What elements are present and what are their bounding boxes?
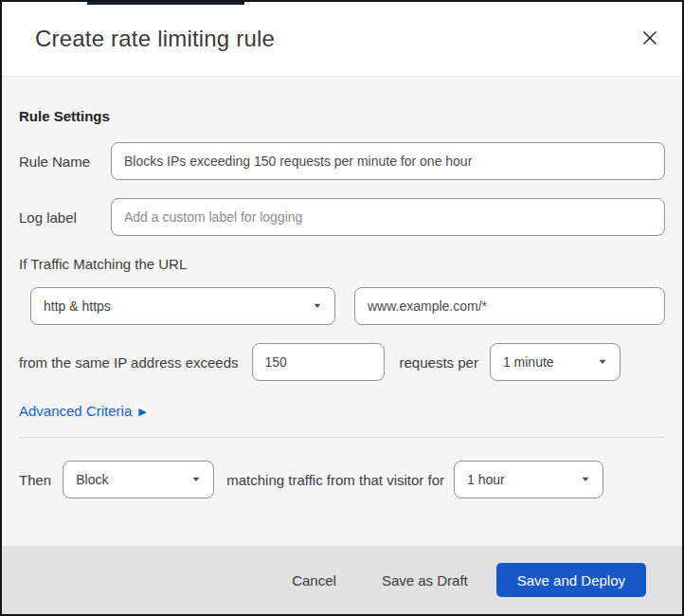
duration-select-value: 1 hour (467, 472, 505, 487)
section-divider (19, 437, 665, 438)
duration-select[interactable]: 1 hour ▼ (454, 461, 603, 498)
log-label-label: Log label (19, 209, 99, 226)
period-select-value: 1 minute (503, 354, 554, 370)
dialog-body: Rule Settings Rule Name Log label If Tra… (2, 77, 682, 546)
action-select-value: Block (76, 472, 108, 487)
chevron-down-icon: ▼ (597, 358, 607, 366)
rule-name-row: Rule Name (19, 142, 665, 180)
log-label-row: Log label (19, 198, 665, 236)
threshold-suffix-text: requests per (400, 354, 478, 371)
close-icon (640, 28, 659, 50)
create-rate-limiting-rule-dialog: Create rate limiting rule Rule Settings … (0, 0, 684, 616)
dialog-footer: Cancel Save as Draft Save and Deploy (2, 546, 682, 614)
rule-name-label: Rule Name (19, 154, 99, 170)
advanced-criteria-link[interactable]: Advanced Criteria ▶ (19, 403, 147, 419)
url-match-row: http & https ▼ (30, 287, 665, 325)
action-select[interactable]: Block ▼ (63, 461, 214, 498)
threshold-input[interactable] (252, 343, 385, 381)
rule-settings-heading: Rule Settings (19, 108, 665, 124)
rule-name-input[interactable] (111, 142, 665, 180)
action-row: Then Block ▼ matching traffic from that … (19, 461, 665, 498)
advanced-criteria-label: Advanced Criteria (19, 403, 132, 419)
dialog-title: Create rate limiting rule (35, 26, 275, 52)
log-label-input[interactable] (111, 198, 665, 236)
save-as-draft-button[interactable]: Save as Draft (380, 567, 470, 594)
period-select[interactable]: 1 minute ▼ (490, 343, 621, 381)
expand-right-icon: ▶ (138, 407, 146, 417)
scheme-select-value: http & https (44, 299, 111, 314)
background-artifact-bar (87, 0, 244, 5)
chevron-down-icon: ▼ (580, 476, 590, 483)
traffic-matching-heading: If Traffic Matching the URL (19, 256, 665, 272)
action-middle-text: matching traffic from that visitor for (226, 472, 444, 488)
chevron-down-icon: ▼ (312, 302, 322, 310)
cancel-button[interactable]: Cancel (290, 567, 338, 594)
close-button[interactable] (633, 21, 667, 58)
url-pattern-input[interactable] (354, 287, 665, 325)
scheme-select[interactable]: http & https ▼ (30, 287, 335, 325)
then-label: Then (19, 472, 51, 488)
chevron-down-icon: ▼ (191, 476, 202, 483)
threshold-row: from the same IP address exceeds request… (19, 343, 665, 381)
threshold-prefix-text: from the same IP address exceeds (19, 354, 239, 371)
dialog-header: Create rate limiting rule (2, 2, 682, 77)
save-and-deploy-button[interactable]: Save and Deploy (496, 563, 646, 597)
